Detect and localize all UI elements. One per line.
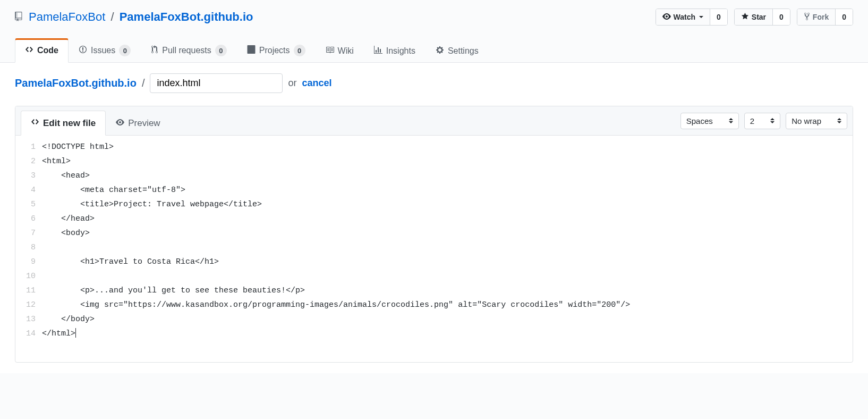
indent-mode-value: Spaces bbox=[686, 116, 713, 125]
fork-button[interactable]: Fork 0 bbox=[797, 9, 853, 26]
book-icon bbox=[326, 46, 334, 56]
select-arrows-icon bbox=[770, 118, 775, 123]
repo-name-link[interactable]: PamelaFoxBot.github.io bbox=[120, 10, 253, 23]
star-count[interactable]: 0 bbox=[773, 9, 790, 25]
code-editor[interactable]: 1234567891011121314 <!DOCTYPE html><html… bbox=[15, 136, 853, 362]
tab-insights-label: Insights bbox=[386, 46, 415, 56]
repo-tabs: Code Issues 0 Pull requests 0 Projects 0… bbox=[0, 38, 868, 63]
code-lines[interactable]: <!DOCTYPE html><html> <head> <meta chars… bbox=[42, 140, 853, 341]
repo-actions: Watch 0 Star 0 Fork 0 bbox=[656, 9, 853, 26]
fork-icon bbox=[804, 12, 810, 22]
or-text: or bbox=[288, 78, 296, 89]
tab-wiki-label: Wiki bbox=[338, 46, 354, 56]
project-icon bbox=[247, 45, 256, 56]
indent-size-value: 2 bbox=[750, 116, 754, 125]
tab-insights[interactable]: Insights bbox=[364, 40, 426, 63]
star-icon bbox=[741, 12, 749, 22]
filename-input[interactable] bbox=[150, 73, 283, 93]
fork-label: Fork bbox=[813, 13, 829, 21]
main-content: PamelaFoxBot.github.io / or cancel Edit … bbox=[0, 63, 868, 373]
repo-icon bbox=[15, 12, 24, 23]
breadcrumb: PamelaFoxBot / PamelaFoxBot.github.io bbox=[29, 10, 656, 24]
tab-issues-label: Issues bbox=[91, 46, 115, 55]
repo-header: PamelaFoxBot / PamelaFoxBot.github.io Wa… bbox=[0, 0, 868, 28]
editor-controls: Spaces 2 No wrap bbox=[680, 113, 847, 133]
line-gutter: 1234567891011121314 bbox=[15, 140, 42, 341]
star-button[interactable]: Star 0 bbox=[734, 9, 790, 26]
pulls-count: 0 bbox=[215, 45, 227, 56]
indent-size-select[interactable]: 2 bbox=[744, 113, 780, 129]
preview-tab-label: Preview bbox=[128, 118, 160, 129]
watch-button[interactable]: Watch 0 bbox=[656, 9, 728, 26]
issues-count: 0 bbox=[119, 45, 131, 56]
projects-count: 0 bbox=[294, 45, 305, 56]
tab-projects[interactable]: Projects 0 bbox=[237, 39, 316, 63]
path-separator: / bbox=[142, 77, 145, 89]
select-arrows-icon bbox=[729, 118, 733, 123]
repo-owner-link[interactable]: PamelaFoxBot bbox=[29, 10, 105, 23]
code-icon bbox=[25, 45, 33, 56]
path-repo-link[interactable]: PamelaFoxBot.github.io bbox=[15, 77, 137, 89]
editor-tabs: Edit new file Preview Spaces 2 No wrap bbox=[15, 106, 853, 136]
edit-tab-label: Edit new file bbox=[43, 118, 96, 129]
issue-icon bbox=[79, 45, 87, 56]
eye-icon bbox=[662, 12, 671, 22]
graph-icon bbox=[374, 46, 382, 56]
tab-wiki[interactable]: Wiki bbox=[316, 40, 364, 63]
indent-mode-select[interactable]: Spaces bbox=[680, 113, 739, 129]
file-path-row: PamelaFoxBot.github.io / or cancel bbox=[15, 73, 853, 93]
watch-count[interactable]: 0 bbox=[710, 9, 727, 25]
watch-label: Watch bbox=[674, 13, 695, 21]
tab-projects-label: Projects bbox=[259, 46, 290, 55]
tab-pulls[interactable]: Pull requests 0 bbox=[141, 39, 237, 63]
chevron-down-icon bbox=[699, 16, 703, 18]
tab-pulls-label: Pull requests bbox=[162, 46, 211, 55]
star-label: Star bbox=[752, 13, 766, 21]
pull-request-icon bbox=[151, 45, 158, 56]
gear-icon bbox=[436, 46, 444, 56]
tab-code-label: Code bbox=[37, 46, 58, 55]
tab-settings-label: Settings bbox=[448, 46, 479, 56]
select-arrows-icon bbox=[837, 118, 841, 123]
code-icon bbox=[31, 118, 39, 129]
cancel-link[interactable]: cancel bbox=[302, 78, 331, 89]
tab-edit-file[interactable]: Edit new file bbox=[21, 111, 106, 136]
wrap-mode-select[interactable]: No wrap bbox=[786, 113, 847, 129]
tab-code[interactable]: Code bbox=[15, 38, 69, 63]
eye-icon bbox=[116, 118, 124, 129]
editor: Edit new file Preview Spaces 2 No wrap bbox=[15, 106, 853, 363]
breadcrumb-separator: / bbox=[110, 10, 114, 23]
fork-count[interactable]: 0 bbox=[836, 9, 853, 25]
tab-preview[interactable]: Preview bbox=[106, 111, 170, 136]
tab-issues[interactable]: Issues 0 bbox=[69, 39, 141, 63]
tab-settings[interactable]: Settings bbox=[426, 40, 489, 63]
wrap-mode-value: No wrap bbox=[792, 116, 821, 125]
